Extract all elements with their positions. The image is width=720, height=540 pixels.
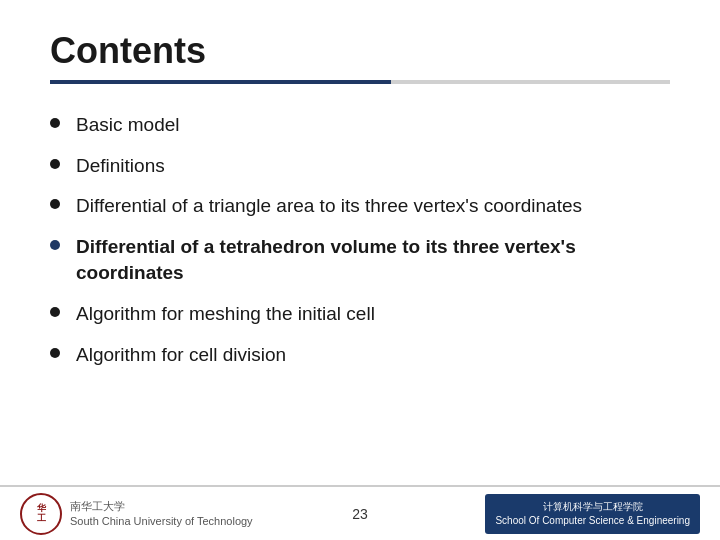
list-item: Definitions xyxy=(50,153,670,180)
page-number: 23 xyxy=(352,506,368,522)
university-logo: 华工 xyxy=(20,493,62,535)
bullet-icon xyxy=(50,240,60,250)
list-item: Differential of a triangle area to its t… xyxy=(50,193,670,220)
bullet-icon xyxy=(50,199,60,209)
university-name: 南华工大学 South China University of Technolo… xyxy=(70,499,253,528)
school-badge-line1: 计算机科学与工程学院 xyxy=(495,500,690,514)
logo-inner: 华工 xyxy=(37,504,46,524)
list-item: Algorithm for meshing the initial cell xyxy=(50,301,670,328)
bullet-icon xyxy=(50,348,60,358)
bullet-icon xyxy=(50,159,60,169)
title-divider xyxy=(50,80,670,84)
list-item: Algorithm for cell division xyxy=(50,342,670,369)
item-text: Algorithm for cell division xyxy=(76,342,286,369)
school-badge-line2: School Of Computer Science & Engineering xyxy=(495,514,690,528)
footer: 华工 南华工大学 South China University of Techn… xyxy=(0,485,720,540)
contents-list: Basic model Definitions Differential of … xyxy=(50,112,670,368)
title-bar-light xyxy=(391,80,670,84)
list-item: Basic model xyxy=(50,112,670,139)
slide: Contents Basic model Definitions Differe… xyxy=(0,0,720,540)
item-text: Definitions xyxy=(76,153,165,180)
item-text: Basic model xyxy=(76,112,180,139)
item-text: Differential of a tetrahedron volume to … xyxy=(76,234,670,287)
bullet-icon xyxy=(50,307,60,317)
footer-logo-area: 华工 南华工大学 South China University of Techn… xyxy=(20,493,253,535)
slide-title: Contents xyxy=(50,30,670,72)
item-text: Algorithm for meshing the initial cell xyxy=(76,301,375,328)
bullet-icon xyxy=(50,118,60,128)
title-bar-blue xyxy=(50,80,391,84)
item-text: Differential of a triangle area to its t… xyxy=(76,193,582,220)
list-item-highlighted: Differential of a tetrahedron volume to … xyxy=(50,234,670,287)
university-name-line2: South China University of Technology xyxy=(70,514,253,528)
university-name-line1: 南华工大学 xyxy=(70,499,253,513)
school-badge: 计算机科学与工程学院 School Of Computer Science & … xyxy=(485,494,700,534)
